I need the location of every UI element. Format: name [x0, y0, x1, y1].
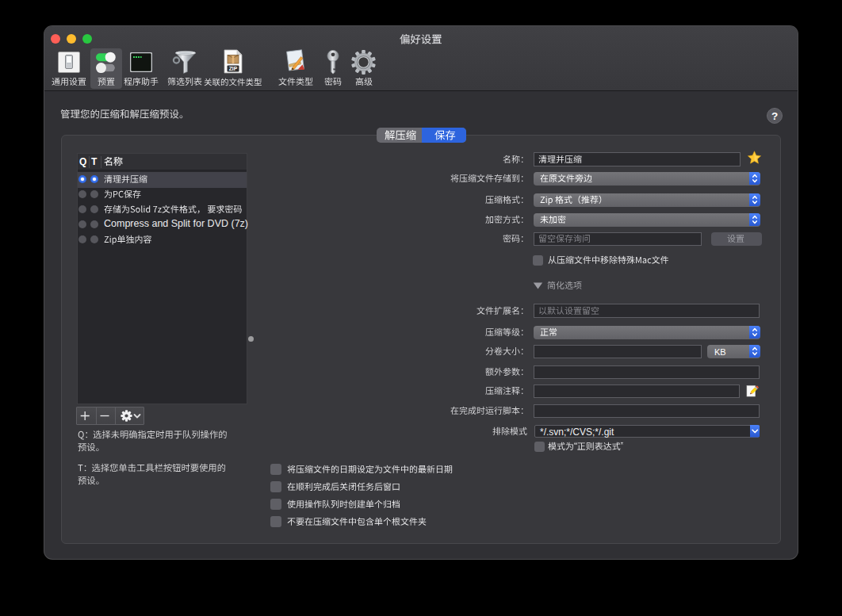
svg-text:?: ?	[771, 109, 777, 121]
svg-text:ZIP: ZIP	[229, 66, 238, 71]
